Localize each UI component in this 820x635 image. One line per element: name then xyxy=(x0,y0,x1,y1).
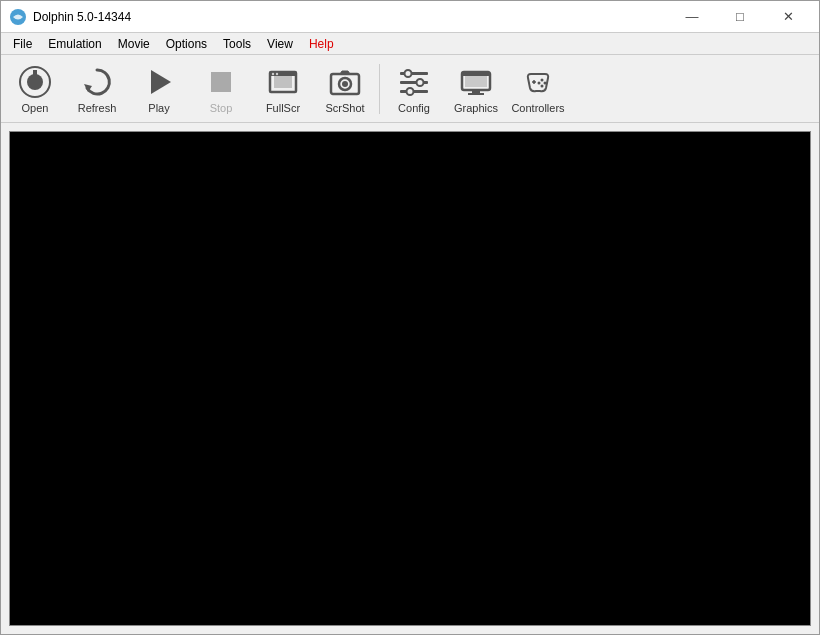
menu-options[interactable]: Options xyxy=(158,35,215,53)
refresh-icon xyxy=(79,64,115,100)
graphics-label: Graphics xyxy=(454,102,498,114)
refresh-label: Refresh xyxy=(78,102,117,114)
svg-point-18 xyxy=(405,70,412,77)
menu-view[interactable]: View xyxy=(259,35,301,53)
svg-rect-6 xyxy=(211,72,231,92)
main-window: Dolphin 5.0-14344 — □ ✕ File Emulation M… xyxy=(0,0,820,635)
config-button[interactable]: Config xyxy=(384,59,444,119)
svg-rect-27 xyxy=(533,80,535,84)
svg-rect-3 xyxy=(33,70,37,76)
controllers-icon xyxy=(520,64,556,100)
menu-tools[interactable]: Tools xyxy=(215,35,259,53)
svg-point-20 xyxy=(407,88,414,95)
svg-marker-5 xyxy=(151,70,171,94)
svg-point-2 xyxy=(27,74,43,90)
open-button[interactable]: Open xyxy=(5,59,65,119)
menu-file[interactable]: File xyxy=(5,35,40,53)
controllers-label: Controllers xyxy=(511,102,564,114)
toolbar: Open Refresh Play Stop xyxy=(1,55,819,123)
svg-point-19 xyxy=(417,79,424,86)
svg-rect-25 xyxy=(468,93,484,95)
open-label: Open xyxy=(22,102,49,114)
close-button[interactable]: ✕ xyxy=(765,1,811,33)
toolbar-divider-1 xyxy=(379,64,380,114)
play-button[interactable]: Play xyxy=(129,59,189,119)
stop-label: Stop xyxy=(210,102,233,114)
app-icon xyxy=(9,8,27,26)
graphics-icon xyxy=(458,64,494,100)
fullscr-label: FullScr xyxy=(266,102,300,114)
menu-bar: File Emulation Movie Options Tools View … xyxy=(1,33,819,55)
maximize-button[interactable]: □ xyxy=(717,1,763,33)
svg-point-30 xyxy=(541,84,544,87)
refresh-button[interactable]: Refresh xyxy=(67,59,127,119)
controllers-button[interactable]: Controllers xyxy=(508,59,568,119)
svg-rect-23 xyxy=(462,72,490,76)
play-label: Play xyxy=(148,102,169,114)
play-icon xyxy=(141,64,177,100)
menu-movie[interactable]: Movie xyxy=(110,35,158,53)
menu-help[interactable]: Help xyxy=(301,35,342,53)
window-controls: — □ ✕ xyxy=(669,1,811,33)
svg-point-11 xyxy=(276,72,278,74)
menu-emulation[interactable]: Emulation xyxy=(40,35,109,53)
open-icon xyxy=(17,64,53,100)
fullscr-button[interactable]: FullScr xyxy=(253,59,313,119)
svg-rect-22 xyxy=(465,75,487,87)
minimize-button[interactable]: — xyxy=(669,1,715,33)
svg-point-10 xyxy=(272,72,274,74)
config-label: Config xyxy=(398,102,430,114)
config-icon xyxy=(396,64,432,100)
screenshot-icon xyxy=(327,64,363,100)
scrshot-button[interactable]: ScrShot xyxy=(315,59,375,119)
stop-icon xyxy=(203,64,239,100)
svg-point-29 xyxy=(544,81,547,84)
fullscreen-icon xyxy=(265,64,301,100)
title-bar: Dolphin 5.0-14344 — □ ✕ xyxy=(1,1,819,33)
svg-point-14 xyxy=(342,81,348,87)
main-display xyxy=(9,131,811,626)
svg-rect-8 xyxy=(274,76,292,88)
graphics-button[interactable]: Graphics xyxy=(446,59,506,119)
window-title: Dolphin 5.0-14344 xyxy=(33,10,669,24)
stop-button[interactable]: Stop xyxy=(191,59,251,119)
svg-point-28 xyxy=(541,78,544,81)
scrshot-label: ScrShot xyxy=(325,102,364,114)
svg-point-31 xyxy=(538,81,541,84)
